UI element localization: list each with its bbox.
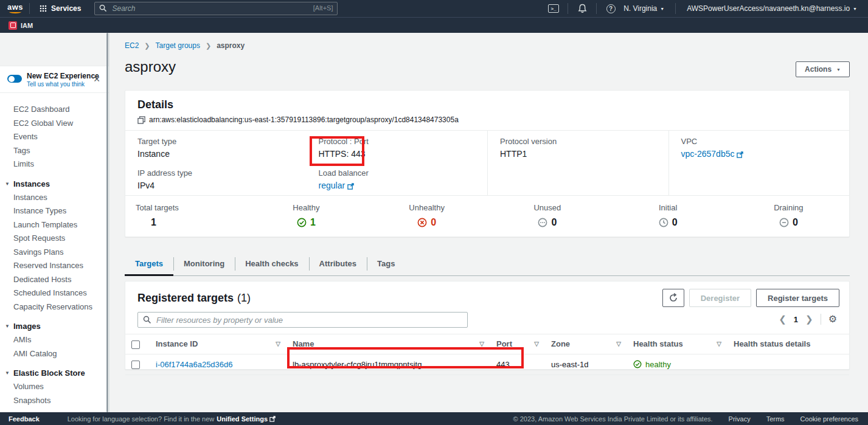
register-targets-button[interactable]: Register targets (756, 289, 839, 307)
row-checkbox[interactable] (131, 361, 140, 369)
sidebar-item-ec2-global-view[interactable]: EC2 Global View (0, 117, 109, 131)
column-port[interactable]: Port▽ (490, 334, 545, 354)
sidebar-item-instance-types[interactable]: Instance Types (0, 204, 109, 218)
next-page-icon[interactable]: ❯ (805, 314, 813, 325)
sidebar-item-amis[interactable]: AMIs (0, 333, 109, 347)
table-settings-gear-icon[interactable]: ⚙ (828, 314, 837, 325)
column-zone[interactable]: Zone▽ (545, 334, 627, 354)
sidebar-item-ec2-dashboard[interactable]: EC2 Dashboard (0, 103, 109, 117)
favorite-iam-link[interactable]: IAM (9, 21, 33, 30)
target-type-value: Instance (137, 149, 307, 159)
sidebar-item-launch-templates[interactable]: Launch Templates (0, 218, 109, 232)
sidebar-item-tags[interactable]: Tags (0, 144, 109, 158)
details-column-3: Protocol versionHTTP1 (487, 131, 668, 195)
search-icon (99, 4, 107, 12)
page-number[interactable]: 1 (794, 315, 798, 324)
feedback-link[interactable]: Feedback (9, 415, 40, 423)
sidebar-section-elastic-block-store[interactable]: ▼Elastic Block Store (0, 366, 109, 380)
services-menu-button[interactable]: Services (36, 4, 85, 13)
region-selector[interactable]: N. Virginia ▼ (619, 4, 669, 13)
column-health-status[interactable]: Health status▽ (627, 334, 727, 354)
copy-arn-button[interactable] (137, 116, 145, 124)
select-all-checkbox[interactable] (131, 340, 140, 349)
sidebar-item-snapshots[interactable]: Snapshots (0, 394, 109, 408)
account-menu[interactable]: AWSPowerUserAccess/navaneeth.kn@harness.… (682, 4, 862, 13)
nav-divider (568, 3, 568, 14)
sidebar-item-dedicated-hosts[interactable]: Dedicated Hosts (0, 273, 109, 287)
sidebar-item-capacity-reservations[interactable]: Capacity Reservations (0, 300, 109, 314)
sort-icon[interactable]: ▽ (479, 340, 484, 347)
load-balancer-link[interactable]: regular (319, 181, 345, 190)
tab-tags[interactable]: Tags (367, 252, 405, 276)
column-instance-id[interactable]: Instance ID▽ (150, 334, 286, 354)
search-input[interactable] (94, 2, 338, 15)
sidebar-scrollbar[interactable] (106, 33, 108, 412)
sort-icon[interactable]: ▽ (616, 340, 621, 347)
cloudshell-button[interactable]: >_ (546, 1, 561, 16)
help-button[interactable]: ? (603, 1, 619, 16)
external-link-icon (737, 151, 743, 158)
sidebar-menu: EC2 Dashboard EC2 Global View Events Tag… (0, 93, 109, 407)
filter-input[interactable] (137, 312, 468, 328)
sidebar-item-spot-requests[interactable]: Spot Requests (0, 232, 109, 246)
details-card: Details arn:aws:elasticloadbalancing:us-… (125, 90, 850, 237)
sidebar-item-volumes[interactable]: Volumes (0, 380, 109, 394)
deregister-button[interactable]: Deregister (689, 289, 751, 307)
sidebar-item-scheduled-instances[interactable]: Scheduled Instances (0, 286, 109, 300)
tab-attributes[interactable]: Attributes (309, 252, 367, 276)
notifications-button[interactable] (574, 1, 590, 16)
details-grid: Target typeInstance IP address typeIPv4 … (125, 130, 849, 195)
actions-button[interactable]: Actions▼ (796, 61, 850, 77)
filter-box (137, 312, 468, 328)
chevron-down-icon: ▼ (5, 323, 10, 329)
tab-targets[interactable]: Targets (125, 252, 173, 276)
details-column-1: Target typeInstance IP address typeIPv4 (125, 131, 307, 195)
tell-us-link[interactable]: Tell us what you think (27, 81, 103, 88)
privacy-link[interactable]: Privacy (729, 415, 751, 423)
close-icon[interactable]: ✕ (93, 75, 100, 83)
target-zone-cell: us-east-1d (545, 354, 627, 375)
cookie-preferences-link[interactable]: Cookie preferences (800, 415, 858, 423)
sidebar-item-limits[interactable]: Limits (0, 157, 109, 171)
ip-address-type-label: IP address type (137, 168, 307, 178)
breadcrumb-ec2[interactable]: EC2 (125, 41, 139, 50)
target-group-arn: arn:aws:elasticloadbalancing:us-east-1:3… (149, 116, 459, 124)
select-all-header[interactable] (125, 334, 150, 354)
tab-health-checks[interactable]: Health checks (235, 252, 308, 276)
sidebar-section-images[interactable]: ▼Images (0, 319, 109, 333)
new-experience-toggle[interactable] (7, 75, 22, 83)
chevron-down-icon: ▼ (5, 370, 10, 376)
sort-icon[interactable]: ▽ (717, 340, 721, 347)
health-details-cell (727, 354, 849, 375)
breadcrumb-target-groups[interactable]: Target groups (156, 41, 200, 50)
row-select-cell[interactable] (125, 354, 150, 375)
healthy-count: 1 (310, 217, 316, 228)
load-balancer-label: Load balancer (319, 168, 488, 178)
instance-id-link[interactable]: i-06f1744a6a25d36d6 (156, 360, 233, 369)
column-health-status-details: Health status details (727, 334, 849, 354)
terms-link[interactable]: Terms (766, 415, 785, 423)
sidebar-item-instances[interactable]: Instances (0, 191, 109, 205)
sidebar-top-gap (0, 33, 109, 66)
search-icon (143, 316, 151, 324)
sidebar-section-instances[interactable]: ▼Instances (0, 177, 109, 191)
previous-page-icon[interactable]: ❮ (779, 314, 786, 325)
footer-bar: Feedback Looking for language selection?… (0, 412, 868, 425)
x-circle-icon (417, 218, 427, 227)
unified-settings-link[interactable]: Unified Settings (217, 415, 268, 423)
sort-icon[interactable]: ▽ (276, 340, 280, 347)
sidebar-item-ami-catalog[interactable]: AMI Catalog (0, 347, 109, 361)
vpc-link[interactable]: vpc-2657db5c (681, 149, 735, 159)
sidebar-item-events[interactable]: Events (0, 130, 109, 144)
details-column-2: Protocol : PortHTTPS: 443 Load balancer … (307, 131, 488, 195)
nav-divider (596, 3, 597, 14)
refresh-button[interactable] (662, 289, 684, 307)
aws-logo[interactable]: aws (7, 4, 23, 13)
column-name[interactable]: Name▽ (286, 334, 490, 354)
stat-healthy: Healthy 1 (246, 203, 366, 228)
sort-icon[interactable]: ▽ (534, 340, 539, 347)
sidebar-item-reserved-instances[interactable]: Reserved Instances (0, 259, 109, 273)
account-label: AWSPowerUserAccess/navaneeth.kn@harness.… (687, 4, 850, 13)
sidebar-item-savings-plans[interactable]: Savings Plans (0, 246, 109, 260)
tab-monitoring[interactable]: Monitoring (173, 252, 235, 276)
